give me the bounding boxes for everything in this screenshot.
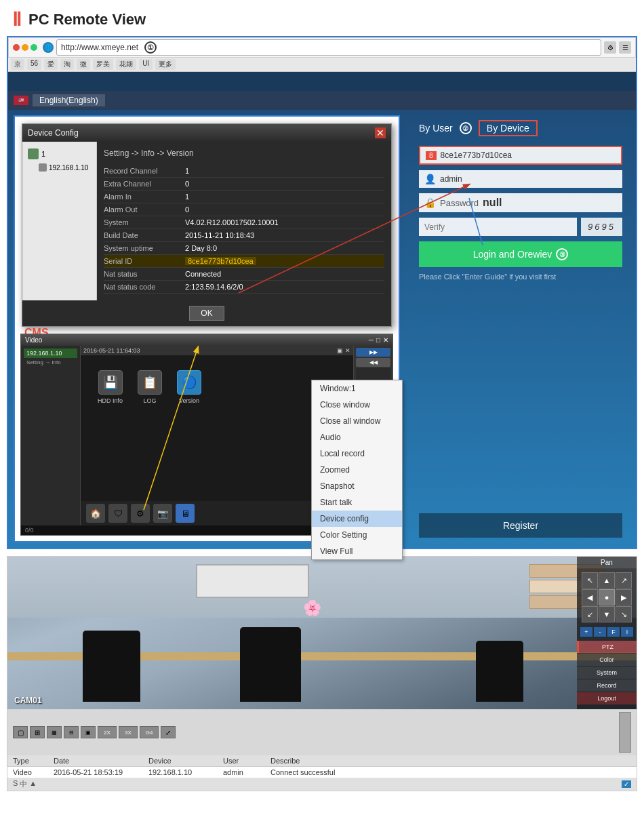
context-item-color-setting[interactable]: Color Setting <box>312 527 402 543</box>
ctrl-btn-2[interactable]: ⊞ <box>30 726 45 738</box>
bookmark-item[interactable]: 微 <box>77 59 90 70</box>
cms-maximize-btn[interactable]: □ <box>376 336 380 344</box>
col-header-device: Device <box>148 757 216 765</box>
context-item-close-all[interactable]: Close all window <box>312 413 402 429</box>
ctrl-btn-expand[interactable]: ⤢ <box>161 726 176 738</box>
bookmark-item[interactable]: 爱 <box>44 59 58 70</box>
cms-minimize-btn[interactable]: ─ <box>369 336 374 344</box>
tab-color[interactable]: Color <box>577 654 637 666</box>
cms-sidebar-item[interactable]: 192.168.1.10 <box>24 349 77 358</box>
context-item-start-talk[interactable]: Start talk <box>312 494 402 511</box>
device-config-dialog: Device Config ✕ 1 192.168.1.10 <box>22 123 392 327</box>
tab-record[interactable]: Record <box>577 679 637 692</box>
ptz-btn-left[interactable]: ◀ <box>582 589 598 605</box>
scroll-handle[interactable] <box>619 712 631 753</box>
cms-right-btn-1[interactable]: ▶▶ <box>356 348 390 357</box>
context-item-device-config[interactable]: Device config <box>312 511 402 527</box>
ok-button[interactable]: OK <box>189 306 224 321</box>
zoom-out-btn[interactable]: - <box>594 627 606 637</box>
status-icons-left: S 中 ▲ <box>13 779 37 789</box>
log-date: 2016-05-21 18:53:19 <box>54 768 142 776</box>
info-row-extra-channel: Extra Channel 0 <box>104 178 384 191</box>
bookmark-item[interactable]: 56 <box>27 59 41 70</box>
cms-close-btn[interactable]: ✕ <box>383 336 388 344</box>
by-user-tab[interactable]: By User <box>419 123 453 134</box>
cms-icon-log[interactable]: 📋 LOG <box>138 370 162 404</box>
bookmark-item[interactable]: 花期 <box>116 59 136 70</box>
context-item-view-full[interactable]: View Full <box>312 543 402 559</box>
cms-main-area: 2016-05-21 11:64:03 ▣ ✕ 💾 HDD Info <box>81 346 353 525</box>
lock-icon: 🔒 <box>424 197 436 208</box>
ptz-btn-up[interactable]: ▲ <box>599 572 615 589</box>
right-side-tabs: PTZ Color System Record Logout <box>577 641 637 704</box>
ptz-btn-upleft[interactable]: ↖ <box>582 572 598 589</box>
context-item-close-window[interactable]: Close window <box>312 397 402 413</box>
cms-toolbar-icon-3[interactable]: ⚙ <box>131 504 150 523</box>
zoom-in-btn[interactable]: + <box>580 627 592 637</box>
login-button[interactable]: Login and Orewiev ③ <box>419 241 622 267</box>
context-item-audio[interactable]: Audio <box>312 429 402 445</box>
ctrl-btn-4[interactable]: ⊟ <box>64 726 79 738</box>
log-device: 192.168.1.10 <box>148 768 216 776</box>
ptz-btn-downright[interactable]: ↘ <box>616 606 632 622</box>
tab-logout[interactable]: Logout <box>577 692 637 704</box>
tab-ptz[interactable]: PTZ <box>577 641 637 653</box>
bookmark-item[interactable]: 更多 <box>155 59 176 70</box>
verify-input[interactable] <box>419 218 577 236</box>
context-item-window1[interactable]: Window:1 <box>312 380 402 397</box>
ctrl-btn-g4[interactable]: G4 <box>140 726 159 738</box>
context-item-snapshot[interactable]: Snapshot <box>312 478 402 494</box>
tab-system[interactable]: System <box>577 667 637 679</box>
focus-btn[interactable]: F <box>607 627 620 637</box>
username-input[interactable] <box>440 174 617 184</box>
iris-btn[interactable]: I <box>621 627 633 637</box>
context-item-zoomed[interactable]: Zoomed <box>312 462 402 478</box>
browser-url-bar[interactable]: http://www.xmeye.net ① <box>56 39 601 56</box>
cam-label: CAM01 <box>14 696 42 705</box>
ptz-btn-upright[interactable]: ↗ <box>616 572 632 589</box>
ctrl-btn-2x[interactable]: 2X <box>98 726 117 738</box>
info-row-record-channel: Record Channel 1 <box>104 165 384 178</box>
log-table-header: Type Date Device User Describe <box>7 755 637 767</box>
menu-icon[interactable]: ☰ <box>619 41 631 54</box>
cms-title: Video <box>25 336 42 344</box>
serial-id-input[interactable] <box>441 151 616 160</box>
sidebar-ip-label: 192.168.1.10 <box>49 164 88 172</box>
bookmark-item[interactable]: UI <box>139 59 153 70</box>
whiteboard <box>196 564 309 598</box>
bookmark-item[interactable]: 京 <box>11 59 24 70</box>
ptz-btn-center[interactable]: ● <box>599 589 615 605</box>
ctrl-btn-3x[interactable]: 3X <box>119 726 138 738</box>
bookmark-item[interactable]: 淘 <box>60 59 74 70</box>
user-icon: 👤 <box>424 174 436 184</box>
settings-icon[interactable]: ⚙ <box>604 41 616 54</box>
log-table: Type Date Device User Describe Video 201… <box>7 755 637 778</box>
dialog-close-button[interactable]: ✕ <box>375 127 386 138</box>
ctrl-btn-1[interactable]: ▢ <box>13 726 28 738</box>
language-label[interactable]: English(English) <box>33 94 105 106</box>
cms-right-btn-2[interactable]: ◀◀ <box>356 358 390 367</box>
cms-status-text: 0/0 <box>25 527 34 534</box>
cms-toolbar-icon-5[interactable]: 🖥 <box>176 504 195 523</box>
context-item-local-record[interactable]: Local record <box>312 445 402 462</box>
browser-main-content: Device Config ✕ 1 192.168.1.10 <box>8 110 636 548</box>
cms-icon-version[interactable]: 🔵 Version <box>177 370 201 404</box>
cms-toolbar-icon-1[interactable]: 🏠 <box>86 504 105 523</box>
ctrl-btn-3[interactable]: ▦ <box>47 726 62 738</box>
cms-toolbar-icon-4[interactable]: 📷 <box>153 504 172 523</box>
password-label: Password <box>440 198 479 208</box>
col-header-type: Type <box>13 757 47 765</box>
ptz-btn-down[interactable]: ▼ <box>599 606 615 622</box>
register-button[interactable]: Register <box>419 513 622 538</box>
cms-toolbar-icon-2[interactable]: 🛡 <box>108 504 127 523</box>
ptz-btn-downleft[interactable]: ↙ <box>582 606 598 622</box>
ctrl-btn-5[interactable]: ▣ <box>81 726 96 738</box>
bookmark-item[interactable]: 罗美 <box>93 59 113 70</box>
cms-ctrl-btn[interactable]: ▣ <box>337 347 343 354</box>
cms-ctrl-btn[interactable]: ✕ <box>345 347 350 354</box>
by-device-tab[interactable]: By Device <box>479 120 538 136</box>
cms-icon-hdd[interactable]: 💾 HDD Info <box>98 370 123 404</box>
browser-action-icons: ⚙ ☰ <box>604 41 631 54</box>
device-node-icon <box>28 148 39 159</box>
ptz-btn-right[interactable]: ▶ <box>616 589 632 605</box>
